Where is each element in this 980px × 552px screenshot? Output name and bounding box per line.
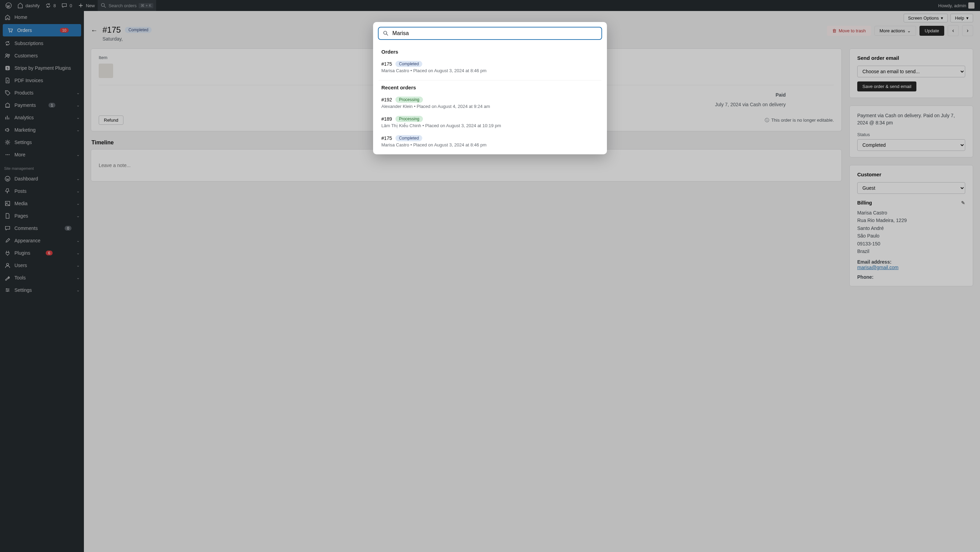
modal-overlay[interactable]: Orders#175CompletedMarisa Castro • Place… <box>0 0 980 11</box>
